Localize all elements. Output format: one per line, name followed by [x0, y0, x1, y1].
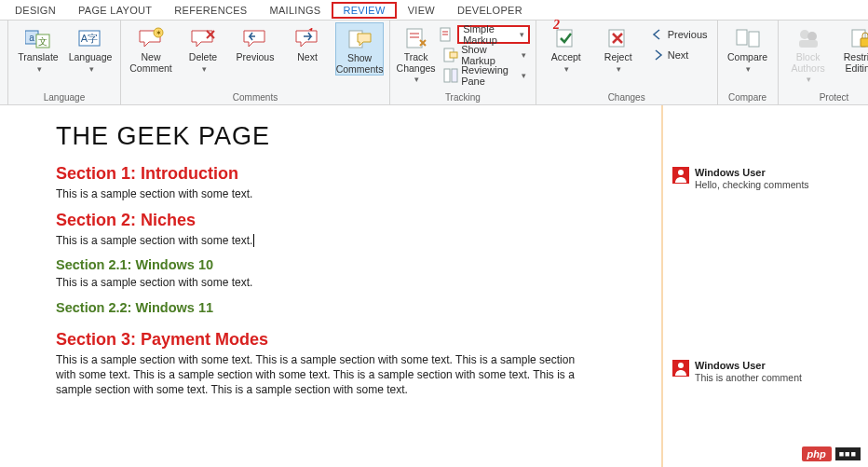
ribbon: 1 2 a文 Translate▾ A字 Language▾ Language — [0, 21, 868, 105]
heading-section-3: Section 3: Payment Modes — [56, 330, 644, 350]
tab-review[interactable]: REVIEW — [332, 2, 396, 19]
avatar-icon — [672, 360, 689, 377]
group-label-compare: Compare — [724, 91, 772, 104]
group-label-language: Language — [14, 91, 115, 104]
svg-rect-18 — [450, 52, 457, 58]
body-text: This is a sample section with some text. — [56, 186, 577, 201]
comment-text: This is another comment — [695, 372, 802, 383]
previous-change-button[interactable]: Previous — [646, 24, 712, 45]
previous-comment-icon — [241, 26, 269, 50]
restrict-editing-button[interactable]: Restrict Editing — [836, 22, 868, 74]
heading-section-2-2: Section 2.2: Windows 11 — [56, 300, 644, 315]
block-authors-icon — [794, 26, 822, 50]
group-label-protect: Protect — [784, 91, 868, 104]
show-comments-icon — [346, 27, 373, 51]
delete-comment-button[interactable]: Delete▾ — [179, 22, 227, 74]
ribbon-tabs: DESIGN PAGE LAYOUT REFERENCES MAILINGS R… — [0, 0, 868, 21]
page-title: THE GEEK PAGE — [56, 122, 644, 151]
group-changes: Accept▾ Reject▾ Previous — [536, 21, 718, 104]
markup-mode-icon — [440, 27, 454, 42]
track-changes-button[interactable]: Track Changes▾ — [396, 22, 436, 85]
next-comment-icon — [293, 26, 321, 50]
show-comments-button[interactable]: Show Comments — [335, 22, 384, 76]
heading-section-2-1: Section 2.1: Windows 10 — [56, 257, 644, 272]
svg-rect-19 — [444, 69, 450, 82]
show-markup-icon — [443, 48, 458, 62]
new-comment-icon: ✶ — [137, 26, 165, 50]
language-icon: A字 — [76, 26, 104, 50]
accept-button[interactable]: Accept▾ — [542, 22, 590, 74]
php-badge: php — [802, 446, 832, 461]
watermark: php ■■■ — [802, 446, 861, 461]
compare-button[interactable]: Compare▾ — [724, 22, 772, 74]
markup-mode-value: Simple Markup — [463, 23, 514, 46]
markup-mode-dropdown[interactable]: Simple Markup ▾ — [440, 24, 530, 45]
tab-mailings[interactable]: MAILINGS — [258, 2, 332, 19]
reviewing-pane-icon — [443, 68, 458, 83]
svg-text:✶: ✶ — [156, 29, 162, 37]
comment-author: Windows User — [695, 167, 809, 178]
tab-references[interactable]: REFERENCES — [163, 2, 258, 19]
cn-badge: ■■■ — [835, 447, 861, 460]
svg-text:A字: A字 — [81, 33, 98, 44]
document-area[interactable]: THE GEEK PAGE Section 1: Introduction Th… — [0, 105, 663, 467]
group-label-changes: Changes — [542, 91, 712, 104]
svg-point-33 — [678, 363, 684, 368]
svg-text:文: 文 — [38, 36, 47, 47]
delete-comment-icon — [189, 26, 217, 50]
tab-design[interactable]: DESIGN — [4, 2, 67, 19]
reject-icon — [604, 26, 632, 50]
show-markup-dropdown[interactable]: Show Markup▾ — [440, 45, 530, 65]
next-change-button[interactable]: Next — [646, 45, 712, 65]
svg-rect-23 — [737, 30, 747, 45]
translate-button[interactable]: a文 Translate▾ — [14, 22, 62, 74]
previous-change-icon — [650, 27, 665, 42]
tab-view[interactable]: VIEW — [397, 2, 446, 19]
svg-rect-24 — [749, 32, 759, 47]
svg-point-26 — [807, 32, 817, 41]
comment-item[interactable]: Windows User This is another comment — [663, 354, 868, 389]
tab-developer[interactable]: DEVELOPER — [446, 2, 534, 19]
previous-comment-button[interactable]: Previous — [231, 22, 279, 63]
heading-section-2: Section 2: Niches — [56, 211, 644, 230]
next-comment-button[interactable]: Next — [283, 22, 332, 63]
svg-text:a: a — [29, 33, 34, 43]
next-change-icon — [650, 48, 665, 62]
restrict-editing-icon — [847, 26, 868, 50]
group-label-tracking: Tracking — [396, 91, 530, 104]
group-protect: Block Authors▾ Restrict Editing Protect — [779, 21, 868, 104]
body-text: This is a sample section with some text. — [56, 233, 577, 248]
svg-rect-21 — [557, 30, 572, 47]
comment-author: Windows User — [695, 360, 802, 371]
svg-rect-27 — [799, 40, 818, 48]
body-text: This is a sample section with some text. — [56, 275, 577, 290]
avatar-icon — [672, 167, 689, 184]
comments-pane: Windows User Hello, checking comments Wi… — [663, 105, 868, 467]
track-changes-icon — [402, 26, 430, 50]
group-compare: Compare▾ Compare — [718, 21, 779, 104]
translate-icon: a文 — [24, 26, 52, 50]
new-comment-button[interactable]: ✶ New Comment — [127, 22, 175, 74]
group-language: a文 Translate▾ A字 Language▾ Language — [8, 21, 121, 104]
tab-page-layout[interactable]: PAGE LAYOUT — [67, 2, 163, 19]
accept-icon — [552, 26, 580, 50]
svg-point-31 — [678, 170, 684, 175]
svg-rect-20 — [452, 69, 457, 82]
reject-button[interactable]: Reject▾ — [594, 22, 643, 74]
svg-rect-29 — [861, 38, 868, 47]
group-label-comments: Comments — [127, 91, 384, 104]
group-tracking: Track Changes▾ Simple Markup ▾ Sh — [390, 21, 536, 104]
body-text: This is a sample section with some text.… — [56, 352, 577, 398]
group-comments: ✶ New Comment Delete▾ Previous — [121, 21, 390, 104]
block-authors-button: Block Authors▾ — [784, 22, 833, 85]
language-button[interactable]: A字 Language▾ — [66, 22, 115, 74]
compare-icon — [734, 26, 762, 50]
reviewing-pane-dropdown[interactable]: Reviewing Pane▾ — [440, 65, 530, 86]
chevron-down-icon: ▾ — [520, 30, 524, 39]
comment-text: Hello, checking comments — [695, 179, 809, 190]
comment-item[interactable]: Windows User Hello, checking comments — [663, 161, 868, 196]
heading-section-1: Section 1: Introduction — [56, 164, 644, 184]
workspace: THE GEEK PAGE Section 1: Introduction Th… — [0, 105, 868, 467]
